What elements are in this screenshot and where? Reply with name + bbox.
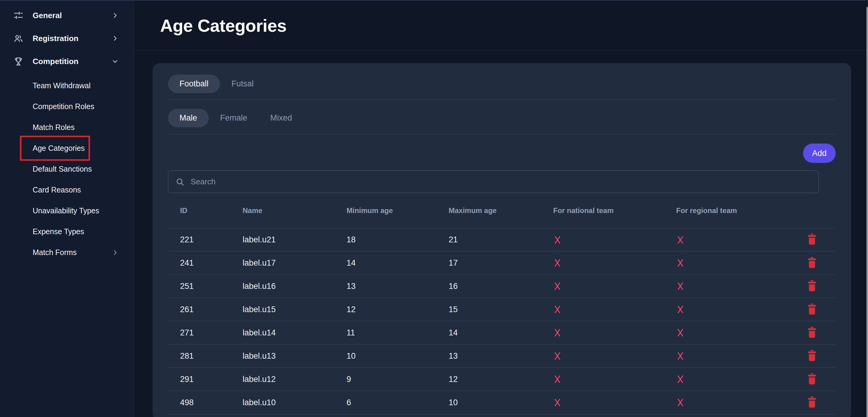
cell-max-age: 12 bbox=[448, 375, 553, 384]
national-team-flag bbox=[553, 328, 676, 337]
sidebar-item-card-reasons[interactable]: Card Reasons bbox=[0, 179, 133, 200]
page-content: Football Futsal Male Female Mixed Add bbox=[134, 51, 868, 417]
cell-actions bbox=[788, 279, 836, 294]
cell-name: label.u17 bbox=[243, 258, 346, 268]
col-header-national: For national team bbox=[553, 206, 676, 215]
regional-team-flag bbox=[676, 351, 788, 360]
age-categories-table: ID Name Minimum age Maximum age For nati… bbox=[168, 193, 836, 414]
x-icon bbox=[553, 328, 676, 337]
page-title: Age Categories bbox=[160, 16, 286, 36]
chevron-down-icon bbox=[112, 58, 118, 65]
delete-row-button[interactable] bbox=[806, 325, 818, 340]
cell-max-age: 17 bbox=[448, 258, 553, 268]
cell-max-age: 14 bbox=[448, 328, 553, 337]
sidebar-item-competition-roles[interactable]: Competition Roles bbox=[0, 96, 133, 117]
cell-min-age: 12 bbox=[346, 305, 448, 314]
sidebar-item-competition[interactable]: Competition bbox=[0, 50, 133, 73]
delete-row-button[interactable] bbox=[806, 372, 818, 387]
sidebar-item-unavailability-types[interactable]: Unavailability Types bbox=[0, 200, 133, 221]
tab-mixed[interactable]: Mixed bbox=[259, 109, 304, 127]
delete-row-button[interactable] bbox=[806, 256, 818, 270]
vertical-scrollbar[interactable] bbox=[867, 7, 868, 417]
sidebar-item-label: Match Forms bbox=[33, 248, 77, 257]
table-row: 498label.u10610 bbox=[168, 391, 836, 414]
cell-min-age: 10 bbox=[346, 351, 448, 361]
col-header-regional: For regional team bbox=[676, 206, 788, 215]
app-root: General Registration bbox=[0, 0, 868, 417]
sidebar: General Registration bbox=[0, 1, 134, 417]
cell-name: label.u10 bbox=[243, 398, 346, 407]
divider bbox=[168, 134, 836, 135]
table-row: 221label.u211821 bbox=[168, 228, 836, 251]
col-header-id: ID bbox=[180, 206, 243, 215]
search-bar bbox=[168, 171, 819, 193]
sidebar-item-team-withdrawal[interactable]: Team Withdrawal bbox=[0, 75, 133, 96]
sidebar-item-match-roles[interactable]: Match Roles bbox=[0, 117, 133, 138]
chevron-right-icon bbox=[112, 249, 118, 256]
trophy-icon bbox=[13, 56, 24, 66]
x-icon bbox=[553, 258, 676, 267]
delete-row-button[interactable] bbox=[806, 302, 818, 317]
x-icon bbox=[553, 375, 676, 384]
tab-football[interactable]: Football bbox=[168, 75, 220, 93]
tab-male[interactable]: Male bbox=[168, 109, 209, 127]
col-header-max-age: Maximum age bbox=[448, 206, 553, 215]
regional-team-flag bbox=[676, 305, 788, 314]
trash-icon bbox=[807, 234, 817, 246]
x-icon bbox=[676, 375, 788, 384]
x-icon bbox=[676, 351, 788, 360]
cell-name: label.u21 bbox=[243, 235, 346, 244]
cell-actions bbox=[788, 395, 836, 410]
table-row: 261label.u151215 bbox=[168, 298, 836, 321]
x-icon bbox=[553, 235, 676, 244]
delete-row-button[interactable] bbox=[806, 279, 818, 294]
search-input[interactable] bbox=[190, 177, 811, 187]
cell-min-age: 11 bbox=[346, 328, 448, 337]
delete-row-button[interactable] bbox=[806, 349, 818, 363]
sidebar-item-label: Unavailability Types bbox=[33, 206, 99, 215]
cell-actions bbox=[788, 256, 836, 270]
col-header-min-age: Minimum age bbox=[346, 206, 448, 215]
age-categories-card: Football Futsal Male Female Mixed Add bbox=[153, 63, 851, 417]
table-row: 291label.u12912 bbox=[168, 368, 836, 391]
sidebar-item-expense-types[interactable]: Expense Types bbox=[0, 221, 133, 242]
chevron-right-icon bbox=[112, 35, 118, 42]
sidebar-item-match-forms[interactable]: Match Forms bbox=[0, 242, 133, 263]
cell-id: 291 bbox=[180, 375, 243, 384]
sidebar-item-label: Match Roles bbox=[33, 123, 74, 132]
sidebar-item-default-sanctions[interactable]: Default Sanctions bbox=[0, 159, 133, 179]
cell-name: label.u13 bbox=[243, 351, 346, 361]
tab-female[interactable]: Female bbox=[209, 109, 259, 127]
regional-team-flag bbox=[676, 235, 788, 244]
cell-id: 241 bbox=[180, 258, 243, 268]
add-button[interactable]: Add bbox=[803, 144, 836, 163]
cell-min-age: 9 bbox=[346, 375, 448, 384]
competition-submenu: Team WithdrawalCompetition RolesMatch Ro… bbox=[0, 75, 133, 263]
x-icon bbox=[676, 235, 788, 244]
sidebar-item-label: Team Withdrawal bbox=[33, 81, 91, 90]
national-team-flag bbox=[553, 281, 676, 291]
x-icon bbox=[553, 281, 676, 291]
regional-team-flag bbox=[676, 375, 788, 384]
cell-max-age: 21 bbox=[448, 235, 553, 244]
gender-tabs: Male Female Mixed bbox=[168, 109, 836, 127]
sidebar-item-age-categories[interactable]: Age Categories bbox=[0, 138, 133, 159]
national-team-flag bbox=[553, 305, 676, 314]
sidebar-item-registration[interactable]: Registration bbox=[0, 27, 133, 50]
tab-futsal[interactable]: Futsal bbox=[220, 75, 265, 93]
trash-icon bbox=[807, 280, 817, 293]
delete-row-button[interactable] bbox=[806, 232, 818, 247]
sidebar-item-general[interactable]: General bbox=[0, 4, 133, 27]
regional-team-flag bbox=[676, 258, 788, 267]
delete-row-button[interactable] bbox=[806, 395, 818, 410]
trash-icon bbox=[807, 303, 817, 316]
cell-max-age: 16 bbox=[448, 281, 553, 291]
cell-id: 221 bbox=[180, 235, 243, 244]
cell-actions bbox=[788, 372, 836, 387]
regional-team-flag bbox=[676, 328, 788, 337]
trash-icon bbox=[807, 350, 817, 362]
x-icon bbox=[676, 258, 788, 267]
table-row: 281label.u131013 bbox=[168, 345, 836, 368]
sidebar-item-label: Registration bbox=[33, 34, 79, 43]
col-header-name: Name bbox=[243, 206, 346, 215]
